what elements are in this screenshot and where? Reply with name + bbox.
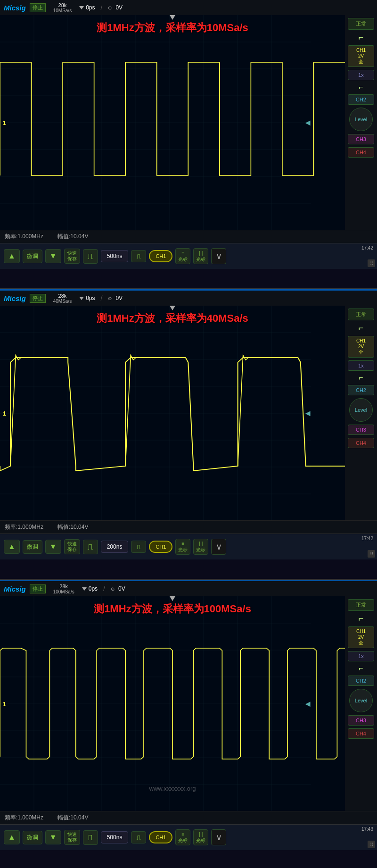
ctrl-ch1-1[interactable]: CH1 — [149, 250, 172, 262]
dot-menu-1[interactable]: ⠿ — [368, 259, 375, 267]
ch1-btn-3[interactable]: CH1 2V 全 — [348, 626, 374, 648]
level-btn-1[interactable]: Level — [349, 108, 373, 131]
x1-btn-1[interactable]: 1x — [348, 70, 374, 80]
ctrl-ch1-3[interactable]: CH1 — [149, 831, 172, 843]
waveform-svg-2 — [0, 306, 345, 520]
ch3-btn-1[interactable]: CH3 — [348, 134, 374, 144]
freq-info-2: 频率:1.000MHz — [5, 523, 43, 531]
status-badge-3: 停止 — [30, 584, 46, 593]
top-info-1: 28k 10MSa/s — [53, 2, 72, 13]
ctrl-down-1[interactable]: ▼ — [45, 249, 61, 263]
ch2-btn-1[interactable]: CH2 — [348, 94, 374, 105]
panel-3: Micsig 停止 28k 100MSa/s 0ps / ⊙ 0V — [0, 581, 377, 868]
ctrl-fine-2[interactable]: 微调 — [23, 540, 42, 554]
ctrl-ch1-2[interactable]: CH1 — [149, 541, 172, 553]
rate-top-1: 10MSa/s — [53, 8, 72, 13]
top-bar-2: Micsig 停止 28k 40MSa/s 0ps / ⊙ 0V — [0, 291, 377, 306]
level-btn-2[interactable]: Level — [349, 398, 373, 422]
ctrl-cursor2-2[interactable]: | | 光标 — [193, 539, 208, 555]
ctrl-time-1[interactable]: 500ns — [101, 250, 129, 262]
ctrl-time-2[interactable]: 200ns — [101, 541, 129, 553]
ctrl-cursor1-1[interactable]: ≡ 光标 — [175, 248, 190, 264]
freq-info-3: 频率:1.000MHz — [5, 814, 43, 822]
ctrl-wave-right-1[interactable]: ⎍ — [131, 250, 146, 262]
ctrl-down-2[interactable]: ▼ — [45, 540, 61, 554]
ch4-btn-2[interactable]: CH4 — [348, 438, 374, 448]
amp-info-3: 幅值:10.04V — [57, 814, 88, 822]
ctrl-wave-left-1[interactable]: ⎍ — [83, 249, 98, 264]
ctrl-wave-left-2[interactable]: ⎍ — [83, 540, 98, 554]
right-panel-2: 正常 ⌐ CH1 2V 全 1x ⌐ CH2 Level CH3 CH4 — [345, 306, 377, 520]
rate-top-3: 100MSa/s — [53, 589, 74, 594]
ctrl-fine-3[interactable]: 微调 — [23, 831, 42, 844]
ctrl-time-3[interactable]: 500ns — [101, 831, 129, 843]
info-bar-2: 频率:1.000MHz 幅值:10.04V — [0, 520, 377, 534]
ctrl-dropdown-1[interactable]: ∨ — [211, 248, 226, 264]
divider-1: / — [101, 4, 103, 11]
ch4-btn-1[interactable]: CH4 — [348, 147, 374, 158]
scope-screen-3[interactable]: 测1MHz方波，采样率为100MSa/s 1 ◄ www.xxxxxxx.org — [0, 596, 345, 811]
ctrl-dropdown-2[interactable]: ∨ — [211, 539, 226, 555]
control-bar-1: 17:42 ▲ 微调 ▼ 快速 保存 ⎍ 500ns ⎍ CH1 ≡ 光标 | … — [0, 243, 377, 269]
rise-wave-icon-1: ⌐ — [359, 33, 364, 42]
brand-logo-2: Micsig — [4, 294, 26, 302]
amp-info-1: 幅值:10.04V — [57, 233, 88, 241]
ctrl-up-2[interactable]: ▲ — [4, 540, 20, 554]
info-bar-3: 频率:1.000MHz 幅值:10.04V — [0, 811, 377, 824]
ch3-btn-2[interactable]: CH3 — [348, 425, 374, 435]
panel-2: Micsig 停止 28k 40MSa/s 0ps / ⊙ 0V — [0, 291, 377, 580]
scope-screen-1[interactable]: 测1MHz方波，采样率为10MSa/s 1 ◄ — [0, 15, 345, 230]
normal-btn-1[interactable]: 正常 — [348, 18, 374, 30]
ctrl-cursor1-2[interactable]: ≡ 光标 — [175, 539, 190, 555]
ctrl-cursor1-3[interactable]: ≡ 光标 — [175, 829, 190, 845]
freq-top-2: 28k — [58, 293, 67, 299]
level-arrow-1: ◄ — [303, 117, 312, 127]
time-val-3: 0ps — [89, 585, 98, 592]
normal-btn-2[interactable]: 正常 — [348, 309, 374, 320]
ctrl-cursor2-1[interactable]: | | 光标 — [193, 248, 208, 264]
level-btn-3[interactable]: Level — [349, 689, 373, 712]
ctrl-up-1[interactable]: ▲ — [4, 249, 20, 263]
x1-btn-3[interactable]: 1x — [348, 651, 374, 661]
ch2-btn-3[interactable]: CH2 — [348, 676, 374, 686]
ctrl-dropdown-3[interactable]: ∨ — [211, 829, 226, 845]
dot-menu-2[interactable]: ⠿ — [368, 550, 375, 558]
ch1-btn-2[interactable]: CH1 2V 全 — [348, 336, 374, 358]
top-info-3: 28k 100MSa/s — [53, 584, 74, 594]
cursor-triangle-2 — [170, 306, 175, 310]
ctrl-save-1[interactable]: 快速 保存 — [64, 249, 80, 264]
cursor-triangle-1 — [170, 15, 175, 20]
ch2-btn-2[interactable]: CH2 — [348, 385, 374, 395]
dot-menu-3[interactable]: ⠿ — [368, 841, 375, 848]
time-display-2: 0ps — [79, 295, 95, 301]
time-arrow-2 — [79, 297, 84, 300]
ctrl-wave-right-3[interactable]: ⎍ — [131, 831, 146, 843]
top-bar-1: Micsig 停止 28k 10MSa/s 0ps / ⊙ 0V — [0, 0, 377, 15]
ch3-btn-3[interactable]: CH3 — [348, 715, 374, 726]
ctrl-wave-right-2[interactable]: ⎍ — [131, 541, 146, 553]
ctrl-cursor2-3[interactable]: | | 光标 — [193, 829, 208, 845]
ctrl-save-3[interactable]: 快速 保存 — [64, 830, 80, 845]
timestamp-3: 17:43 — [361, 826, 373, 832]
time-arrow-3 — [82, 587, 87, 591]
ch1-btn-1[interactable]: CH1 2V 全 — [348, 45, 374, 67]
freq-top-1: 28k — [58, 2, 67, 8]
normal-btn-3[interactable]: 正常 — [348, 599, 374, 611]
rise-wave-icon-2: ⌐ — [359, 323, 364, 333]
scope-screen-2[interactable]: 测1MHz方波，采样率为40MSa/s 1 ◄ — [0, 306, 345, 520]
ctrl-wave-left-3[interactable]: ⎍ — [83, 830, 98, 845]
ctrl-save-2[interactable]: 快速 保存 — [64, 539, 80, 554]
ch4-btn-3[interactable]: CH4 — [348, 728, 374, 739]
cursor-triangle-3 — [170, 596, 175, 601]
timestamp-1: 17:42 — [361, 245, 373, 250]
ctrl-fine-1[interactable]: 微调 — [23, 250, 42, 263]
ctrl-up-3[interactable]: ▲ — [4, 830, 20, 844]
panel-1: Micsig 停止 28k 10MSa/s 0ps / ⊙ 0V — [0, 0, 377, 289]
fall-wave-icon-2: ⌐ — [359, 374, 363, 382]
amp-info-2: 幅值:10.04V — [57, 523, 88, 531]
ctrl-down-3[interactable]: ▼ — [45, 830, 61, 844]
volt-display-2: 0V — [115, 295, 123, 301]
x1-btn-2[interactable]: 1x — [348, 360, 374, 371]
time-val-1: 0ps — [86, 4, 95, 11]
control-bar-2: 17:42 ▲ 微调 ▼ 快速 保存 ⎍ 200ns ⎍ CH1 ≡ 光标 | … — [0, 534, 377, 559]
